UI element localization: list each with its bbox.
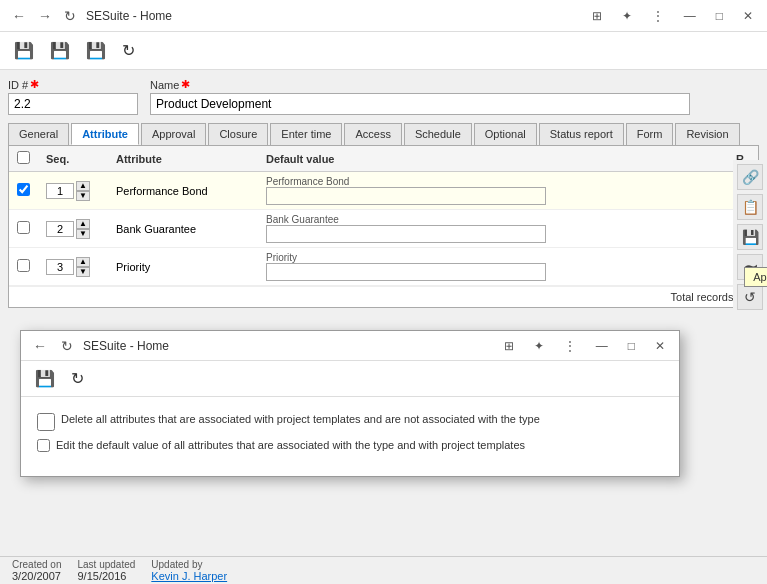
form-row: ID # ✱ Name ✱ xyxy=(8,78,759,115)
save-button-2[interactable]: 💾 xyxy=(44,37,76,64)
tab-enter-time[interactable]: Enter time xyxy=(270,123,342,145)
maximize-button[interactable]: □ xyxy=(710,7,729,25)
forward-button[interactable]: → xyxy=(34,6,56,26)
nav-buttons: ← → ↻ xyxy=(8,6,80,26)
tab-status-report[interactable]: Status report xyxy=(539,123,624,145)
row1-spin-down[interactable]: ▼ xyxy=(76,191,90,201)
popup-menu-icon[interactable]: ⋮ xyxy=(558,337,582,355)
name-field-group: Name ✱ xyxy=(150,78,690,115)
row3-checkbox[interactable] xyxy=(17,259,30,272)
row2-seq-input[interactable] xyxy=(46,221,74,237)
popup-minimize-button[interactable]: — xyxy=(590,337,614,355)
row2-default-cell: Bank Guarantee xyxy=(258,210,728,248)
row3-default-input[interactable] xyxy=(266,263,546,281)
row3-seq-input[interactable] xyxy=(46,259,74,275)
row2-spin-buttons: ▲ ▼ xyxy=(76,219,90,239)
popup-translate-icon[interactable]: ⊞ xyxy=(498,337,520,355)
save-button-1[interactable]: 💾 xyxy=(8,37,40,64)
row1-default-input[interactable] xyxy=(266,187,546,205)
col-default-header: Default value xyxy=(258,146,728,172)
popup-puzzle-icon[interactable]: ✦ xyxy=(528,337,550,355)
refresh-sidebar-icon[interactable]: ↺ xyxy=(737,284,763,310)
row1-attribute-label: Performance Bond xyxy=(116,185,208,197)
popup-title-left: ← ↻ SESuite - Home xyxy=(29,336,169,356)
row3-spin-down[interactable]: ▼ xyxy=(76,267,90,277)
last-updated-value: 9/15/2016 xyxy=(77,570,135,582)
row3-spin-up[interactable]: ▲ xyxy=(76,257,90,267)
popup-checkbox-1[interactable] xyxy=(37,413,55,431)
refresh-button[interactable]: ↻ xyxy=(60,6,80,26)
popup-back-button[interactable]: ← xyxy=(29,336,51,356)
link-icon[interactable]: 🔗 xyxy=(737,164,763,190)
back-button[interactable]: ← xyxy=(8,6,30,26)
row3-check-cell xyxy=(9,248,38,286)
tab-schedule[interactable]: Schedule xyxy=(404,123,472,145)
table-row: ▲ ▼ Priority Priority xyxy=(9,248,758,286)
row3-attribute-label: Priority xyxy=(116,261,150,273)
app-title: SESuite - Home xyxy=(86,9,172,23)
created-on-value: 3/20/2007 xyxy=(12,570,61,582)
popup-dialog: ← ↻ SESuite - Home ⊞ ✦ ⋮ — □ ✕ 💾 ↻ Delet… xyxy=(20,330,680,477)
tooltip: Apply change to project templates xyxy=(744,267,767,287)
menu-icon[interactable]: ⋮ xyxy=(646,7,670,25)
created-on-field: Created on 3/20/2007 xyxy=(12,559,61,582)
row1-checkbox[interactable] xyxy=(17,183,30,196)
popup-save-button[interactable]: 💾 xyxy=(29,365,61,392)
tab-revision[interactable]: Revision xyxy=(675,123,739,145)
tab-access[interactable]: Access xyxy=(344,123,401,145)
updated-by-value[interactable]: Kevin J. Harper xyxy=(151,570,227,582)
select-all-checkbox[interactable] xyxy=(17,151,30,164)
table-row: ▲ ▼ Bank Guarantee Bank Guarantee xyxy=(9,210,758,248)
id-label: ID # ✱ xyxy=(8,78,138,91)
window-controls: ⊞ ✦ ⋮ — □ ✕ xyxy=(586,7,759,25)
id-required-star: ✱ xyxy=(30,78,39,91)
row2-attribute-cell: Bank Guarantee xyxy=(108,210,258,248)
popup-title: SESuite - Home xyxy=(83,339,169,353)
row2-checkbox[interactable] xyxy=(17,221,30,234)
row1-default-label: Performance Bond xyxy=(266,176,720,187)
tab-form[interactable]: Form xyxy=(626,123,674,145)
popup-refresh-action-button[interactable]: ↻ xyxy=(65,365,90,392)
tab-closure[interactable]: Closure xyxy=(208,123,268,145)
save-sidebar-icon[interactable]: 💾 xyxy=(737,224,763,250)
row2-spin-down[interactable]: ▼ xyxy=(76,229,90,239)
status-bar: Created on 3/20/2007 Last updated 9/15/2… xyxy=(0,556,767,584)
popup-maximize-button[interactable]: □ xyxy=(622,337,641,355)
refresh-action-button[interactable]: ↻ xyxy=(116,37,141,64)
row3-default-cell: Priority Apply change to project templat… xyxy=(258,248,728,286)
popup-title-bar: ← ↻ SESuite - Home ⊞ ✦ ⋮ — □ ✕ xyxy=(21,331,679,361)
row1-spin-up[interactable]: ▲ xyxy=(76,181,90,191)
tab-optional[interactable]: Optional xyxy=(474,123,537,145)
row1-seq-cell: ▲ ▼ xyxy=(38,172,108,210)
row1-attribute-cell: Performance Bond xyxy=(108,172,258,210)
tab-approval[interactable]: Approval xyxy=(141,123,206,145)
popup-close-button[interactable]: ✕ xyxy=(649,337,671,355)
puzzle-icon[interactable]: ✦ xyxy=(616,7,638,25)
popup-checkbox-row-1: Delete all attributes that are associate… xyxy=(37,413,663,431)
save-button-3[interactable]: 💾 xyxy=(80,37,112,64)
popup-refresh-button[interactable]: ↻ xyxy=(57,336,77,356)
tab-attribute[interactable]: Attribute xyxy=(71,123,139,145)
close-button[interactable]: ✕ xyxy=(737,7,759,25)
popup-content: Delete all attributes that are associate… xyxy=(21,397,679,476)
attribute-content: Seq. Attribute Default value R xyxy=(8,145,759,308)
row3-default-label: Priority xyxy=(266,252,720,263)
translate-icon[interactable]: ⊞ xyxy=(586,7,608,25)
minimize-button[interactable]: — xyxy=(678,7,702,25)
right-sidebar: 🔗 📋 💾 ∼ ↺ xyxy=(733,160,767,314)
tab-general[interactable]: General xyxy=(8,123,69,145)
main-content: ID # ✱ Name ✱ General Attribute Approval… xyxy=(0,70,767,316)
id-field-group: ID # ✱ xyxy=(8,78,138,115)
row2-default-input[interactable] xyxy=(266,225,546,243)
col-check-header xyxy=(9,146,38,172)
row2-spin-up[interactable]: ▲ xyxy=(76,219,90,229)
popup-checkbox-2[interactable] xyxy=(37,439,50,452)
row1-seq-input[interactable] xyxy=(46,183,74,199)
updated-by-field: Updated by Kevin J. Harper xyxy=(151,559,227,582)
id-input[interactable] xyxy=(8,93,138,115)
name-input[interactable] xyxy=(150,93,690,115)
row1-check-cell xyxy=(9,172,38,210)
row3-spin-buttons: ▲ ▼ xyxy=(76,257,90,277)
row2-check-cell xyxy=(9,210,38,248)
clipboard-icon[interactable]: 📋 xyxy=(737,194,763,220)
